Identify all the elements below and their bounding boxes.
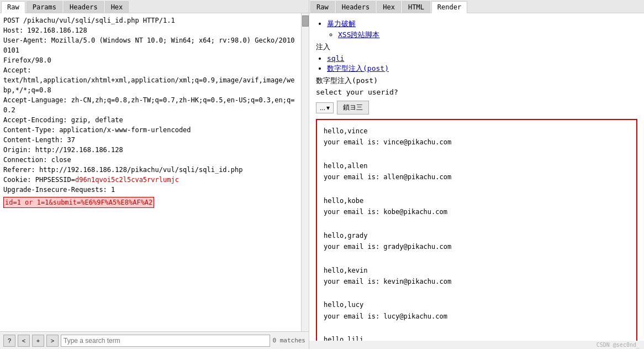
tab-hex-left[interactable]: Hex	[105, 1, 129, 13]
nav-sqli: sqli	[327, 54, 637, 62]
nav-sublink-1[interactable]: XSS跨站脚本	[338, 30, 379, 39]
help-button[interactable]: ?	[3, 335, 15, 347]
result-row-2-email: your email is: kobe@pikachu.com	[324, 206, 630, 217]
left-pane: Raw Params Headers Hex POST /pikachu/vul…	[0, 0, 309, 349]
request-content: POST /pikachu/vul/sqli/sqli_id.php HTTP/…	[0, 13, 301, 331]
tab-params-left[interactable]: Params	[27, 1, 62, 13]
request-text: POST /pikachu/vul/sqli/sqli_id.php HTTP/…	[3, 15, 298, 195]
result-row-6-greeting: hello,lili	[324, 334, 630, 341]
right-pane: Raw Headers Hex HTML Render 暴力破解 XSS跨站脚本…	[309, 0, 644, 349]
nav-sqli-post: 数字型注入(post)	[327, 64, 637, 74]
result-row-1-email: your email is: allen@pikachu.com	[324, 171, 630, 183]
submit-button[interactable]: 鎖ヨ三	[337, 101, 369, 114]
tab-hex-right[interactable]: Hex	[377, 1, 401, 13]
select-prompt: select your userid?	[316, 88, 637, 96]
dropdown-arrow-icon: ▾	[326, 104, 330, 112]
userid-dropdown[interactable]: ... ▾	[316, 102, 334, 113]
watermark: CSDN @sec0nd_	[309, 341, 644, 349]
nav-sublist-1: XSS跨站脚本	[338, 30, 637, 40]
tab-html-right[interactable]: HTML	[402, 1, 430, 13]
next-button[interactable]: +	[32, 335, 44, 347]
left-tab-bar: Raw Params Headers Hex	[0, 0, 309, 13]
prev-button[interactable]: <	[18, 335, 30, 347]
select-row: ... ▾ 鎖ヨ三	[316, 101, 637, 114]
result-row-5-email: your email is: lucy@pikachu.com	[324, 311, 630, 322]
bottom-bar: ? < + > 0 matches	[0, 331, 309, 349]
result-row-0-email: your email is: vince@pikachu.com	[324, 137, 630, 148]
nav-list-2: sqli 数字型注入(post)	[327, 54, 637, 74]
result-row-4-greeting: hello,kevin	[324, 265, 630, 276]
right-tab-bar: Raw Headers Hex HTML Render	[309, 0, 644, 13]
result-row-1-greeting: hello,allen	[324, 160, 630, 171]
tab-raw-left[interactable]: Raw	[1, 1, 25, 13]
result-row-4-email: your email is: kevin@pikachu.com	[324, 276, 630, 287]
tab-render-right[interactable]: Render	[431, 1, 467, 13]
result-row-2-greeting: hello,kobe	[324, 195, 630, 206]
result-row-3-email: your email is: grady@pikachu.com	[324, 241, 630, 252]
next2-button[interactable]: >	[46, 335, 59, 347]
left-scrollbar[interactable]	[301, 13, 309, 331]
result-row-0-greeting: hello,vince	[324, 126, 630, 137]
tab-raw-right[interactable]: Raw	[310, 1, 335, 13]
nav-link-sqli[interactable]: sqli	[327, 54, 344, 62]
tab-headers-right[interactable]: Headers	[336, 1, 376, 13]
result-row-5-greeting: hello,lucy	[324, 299, 630, 310]
result-row-3-greeting: hello,grady	[324, 230, 630, 241]
tab-headers-left[interactable]: Headers	[64, 1, 104, 13]
nav-link-1[interactable]: 暴力破解	[327, 19, 356, 28]
nav-link-sqli-post[interactable]: 数字型注入(post)	[327, 64, 389, 72]
result-box: hello,vince your email is: vince@pikachu…	[316, 119, 637, 341]
right-render-content: 暴力破解 XSS跨站脚本 注入 sqli 数字型注入(post) 数字型注	[309, 13, 644, 341]
dropdown-label: ...	[320, 104, 325, 112]
page-desc: 数字型注入(post)	[316, 76, 637, 86]
match-count: 0 matches	[272, 337, 305, 344]
nav-item-1: 暴力破解 XSS跨站脚本	[327, 19, 637, 40]
search-input[interactable]	[61, 335, 270, 347]
nav-list-1: 暴力破解 XSS跨站脚本	[327, 19, 637, 40]
payload-highlight: id=1 or 1=1&submit=%E6%9F%A5%E8%AF%A2	[3, 197, 154, 208]
section-label: 注入	[316, 42, 637, 52]
nav-subitem-1: XSS跨站脚本	[338, 30, 637, 40]
